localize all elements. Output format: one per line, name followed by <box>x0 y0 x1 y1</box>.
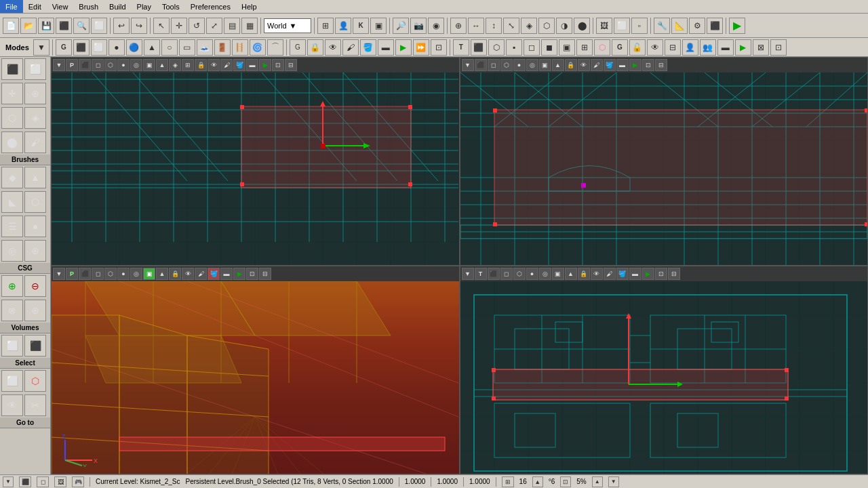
vp-tl-b1[interactable]: ⬛ <box>79 59 91 71</box>
vp-tr-b2[interactable]: ⬡ <box>500 59 513 71</box>
tool-5[interactable]: ▤ <box>224 18 240 34</box>
vol-btn2[interactable]: ⬛ <box>24 335 46 357</box>
viewport-bottom-right[interactable]: ▼ T ⬛ ◻ ⬡ ● ◎ ▣ ▲ 🔒 👁 🖌 🪣 ▬ ▶ ⊡ ⊟ <box>460 266 869 474</box>
vp-bl-lock[interactable]: 🔒 <box>169 268 181 280</box>
viewport-bottom-left[interactable]: ▼ P ⬛ ◻ ⬡ ● ◎ ▣ ▲ 🔒 👁 🖌 🪣 ▬ ▶ ⊡ ⊟ <box>51 266 460 474</box>
menu-brush[interactable]: Brush <box>73 0 104 13</box>
save-button[interactable]: 💾 <box>38 18 54 34</box>
modes-expand[interactable]: ▼ <box>33 39 50 56</box>
toolbar-btn-i[interactable]: ▫ <box>631 18 648 34</box>
menu-file[interactable]: File <box>0 0 23 13</box>
vp-tr-b3[interactable]: ● <box>513 59 526 71</box>
vp-tl-f1[interactable]: ⊡ <box>272 59 284 71</box>
mode-terrain[interactable]: 🗻 <box>197 39 213 56</box>
vp-br-rect[interactable]: ▬ <box>629 268 642 280</box>
toolbar-btn-move[interactable]: ⊕ <box>450 18 467 34</box>
menu-tools[interactable]: Tools <box>157 0 185 13</box>
menu-help[interactable]: Help <box>236 0 262 13</box>
status-pct-icon[interactable]: ⊡ <box>560 476 571 487</box>
toolbar-btn-s2[interactable]: ↕ <box>486 18 502 34</box>
vp-tr-lock[interactable]: 🔒 <box>565 59 577 71</box>
vp-tr-paint[interactable]: 🖌 <box>591 59 603 71</box>
vp-br-t[interactable]: T <box>475 268 487 280</box>
vp-bl-play[interactable]: ▶ <box>233 268 245 280</box>
tool-icon4b[interactable]: 🖌 <box>24 131 46 153</box>
vp-tr-b4[interactable]: ◎ <box>526 59 538 71</box>
csg-deintersect[interactable]: ⊕ <box>24 300 46 321</box>
mode-arch[interactable]: ⌒ <box>267 39 283 56</box>
sel-btn2[interactable]: ⬡ <box>24 370 46 392</box>
tool-6[interactable]: ▦ <box>241 18 258 34</box>
toolbar-btn-f[interactable]: ◑ <box>556 18 572 34</box>
mode-t[interactable]: T <box>453 39 469 56</box>
vp-tr-f2[interactable]: ⊟ <box>655 59 667 71</box>
csg-subtract[interactable]: ⊖ <box>24 275 46 297</box>
vp-br-eye[interactable]: 👁 <box>591 268 603 280</box>
toolbar-btn-n[interactable]: ⬛ <box>707 18 723 34</box>
brush-triangle[interactable]: ▲ <box>24 167 46 188</box>
menu-build[interactable]: Build <box>104 0 131 13</box>
vp-tl-b7[interactable]: ▲ <box>156 59 168 71</box>
vp-tl-rect[interactable]: ▬ <box>246 59 258 71</box>
vp-bl-b5[interactable]: ◎ <box>130 268 142 280</box>
vp-tl-expand[interactable]: ▼ <box>53 59 65 71</box>
brush-circle[interactable]: ● <box>24 216 46 237</box>
mode-eye2[interactable]: 👁 <box>647 39 663 56</box>
mode-g2[interactable]: G <box>290 39 306 56</box>
menu-view[interactable]: View <box>47 0 74 13</box>
vp-tl-f2[interactable]: ⊟ <box>285 59 297 71</box>
camera-button[interactable]: 📷 <box>410 18 427 34</box>
mode-sphere[interactable]: ● <box>108 39 125 56</box>
vp-bl-fill[interactable]: 🪣 <box>208 268 220 280</box>
scale-tool[interactable]: ⤢ <box>206 18 222 34</box>
toolbar-btn-h[interactable]: ⬜ <box>614 18 630 34</box>
vp-tl-b9[interactable]: ⊞ <box>182 59 194 71</box>
undo-button[interactable]: ↩ <box>113 18 130 34</box>
tool-icon3b[interactable]: ◈ <box>24 107 46 129</box>
brush-cylinder[interactable]: ⬡ <box>24 191 46 213</box>
toolbar-btn-r2[interactable]: ↔ <box>468 18 484 34</box>
mode-cone[interactable]: ▲ <box>144 39 160 56</box>
status-end-btn1[interactable]: ▲ <box>592 476 603 487</box>
toolbar-btn-e[interactable]: ⬡ <box>538 18 555 34</box>
vp-tr-b5[interactable]: ▣ <box>539 59 551 71</box>
menu-play[interactable]: Play <box>132 0 157 13</box>
mode-sphere2[interactable]: ⬡ <box>488 39 505 56</box>
tool-icon4a[interactable]: ⬤ <box>1 131 23 153</box>
vp-tr-b6[interactable]: ▲ <box>552 59 564 71</box>
toolbar-btn-1[interactable]: ⬛ <box>56 18 72 34</box>
brush-diamond[interactable]: ◆ <box>1 167 23 188</box>
vol-btn1[interactable]: ⬜ <box>1 335 23 357</box>
vp-tr-fill[interactable]: 🪣 <box>604 59 616 71</box>
mode-f8[interactable]: ⊡ <box>431 39 447 56</box>
rotate-tool[interactable]: ↺ <box>189 18 205 34</box>
mode-pink[interactable]: ⬡ <box>594 39 610 56</box>
vp-tr-p[interactable]: ⬛ <box>475 59 487 71</box>
vp-bl-b7[interactable]: ▲ <box>156 268 168 280</box>
vp-tl-b3[interactable]: ⬡ <box>104 59 117 71</box>
vp-tl-p[interactable]: P <box>66 59 78 71</box>
mode-geometry[interactable]: G <box>56 39 72 56</box>
brush-slope[interactable]: ◣ <box>1 191 23 213</box>
mode-f10[interactable]: ⊡ <box>770 39 787 56</box>
vp-br-expand[interactable]: ▼ <box>462 268 474 280</box>
brush-stack[interactable]: ☰ <box>1 216 23 237</box>
vp-br-b7[interactable]: ▲ <box>565 268 577 280</box>
status-btn-icon1[interactable]: ⬛ <box>19 476 31 487</box>
vp-tl-fill[interactable]: 🪣 <box>233 59 245 71</box>
vp-br-fill[interactable]: 🪣 <box>616 268 629 280</box>
mode-box4[interactable]: ◼ <box>541 39 557 56</box>
csg-add[interactable]: ⊕ <box>1 275 23 297</box>
vp-tr-f1[interactable]: ⊡ <box>642 59 654 71</box>
mode-snap2[interactable]: ⬛ <box>471 39 487 56</box>
move-tool[interactable]: ✛ <box>171 18 187 34</box>
tool-cross[interactable]: ⊕ <box>24 83 46 104</box>
vp-bl-b1[interactable]: ⬛ <box>79 268 91 280</box>
toolbar-btn-2[interactable]: 🔍 <box>73 18 90 34</box>
vp-tr-b1[interactable]: ◻ <box>488 59 500 71</box>
mode-paint[interactable]: 🖌 <box>342 39 359 56</box>
mode-solid[interactable]: ⬛ <box>73 39 90 56</box>
mode-rect2[interactable]: ▬ <box>717 39 734 56</box>
status-btn-icon3[interactable]: 🖼 <box>54 476 66 487</box>
redo-button[interactable]: ↪ <box>131 18 147 34</box>
